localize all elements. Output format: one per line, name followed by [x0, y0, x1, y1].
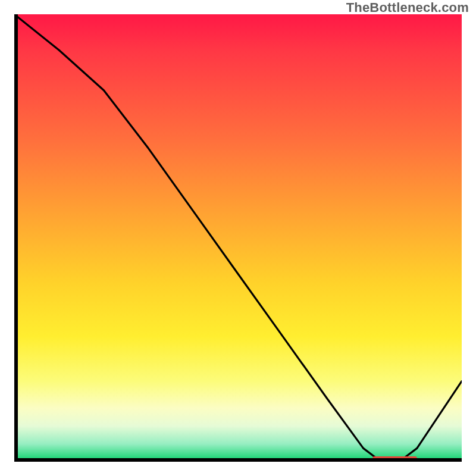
chart-container: TheBottleneck.com [0, 0, 476, 476]
plot-area [14, 14, 462, 462]
watermark-text: TheBottleneck.com [346, 0, 469, 15]
heatmap-background [14, 14, 462, 462]
optimal-range-marker [372, 456, 417, 461]
